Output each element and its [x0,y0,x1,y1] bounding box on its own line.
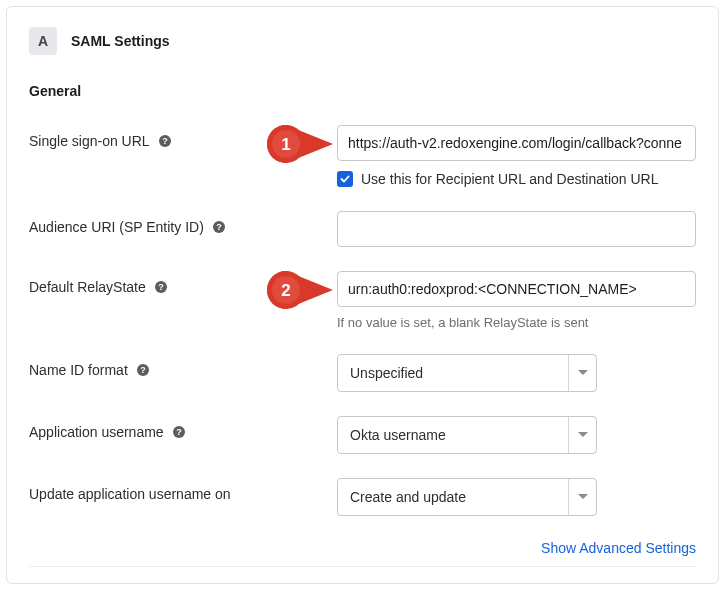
row-app-username: Application username ? Okta username [29,416,696,454]
recipient-url-checkbox[interactable] [337,171,353,187]
advanced-settings-row: Show Advanced Settings [29,540,696,556]
help-icon[interactable]: ? [172,425,186,439]
nameid-format-select[interactable]: Unspecified [337,354,597,392]
label-nameid-format-text: Name ID format [29,362,128,378]
help-icon[interactable]: ? [136,363,150,377]
update-on-value: Create and update [350,489,466,505]
help-icon[interactable]: ? [154,280,168,294]
section-header: A SAML Settings [29,27,696,55]
svg-text:?: ? [140,365,146,375]
label-relay-state-text: Default RelayState [29,279,146,295]
row-update-on: Update application username on Create an… [29,478,696,516]
sso-url-input[interactable] [337,125,696,161]
section-title: SAML Settings [71,33,170,49]
label-audience-uri: Audience URI (SP Entity ID) ? [29,211,337,235]
label-nameid-format: Name ID format ? [29,354,337,378]
app-username-select[interactable]: Okta username [337,416,597,454]
chevron-down-icon [568,417,596,453]
chevron-down-icon [568,479,596,515]
label-sso-url-text: Single sign-on URL [29,133,150,149]
svg-text:?: ? [158,282,164,292]
label-sso-url: Single sign-on URL ? [29,125,337,149]
label-app-username: Application username ? [29,416,337,440]
app-username-value: Okta username [350,427,446,443]
label-relay-state: Default RelayState ? [29,271,337,295]
recipient-url-checkbox-label: Use this for Recipient URL and Destinati… [361,171,659,187]
row-audience-uri: Audience URI (SP Entity ID) ? [29,211,696,247]
chevron-down-icon [568,355,596,391]
label-update-on: Update application username on [29,478,337,502]
label-audience-uri-text: Audience URI (SP Entity ID) [29,219,204,235]
help-icon[interactable]: ? [158,134,172,148]
svg-text:?: ? [176,427,182,437]
divider [29,566,696,567]
row-nameid-format: Name ID format ? Unspecified [29,354,696,392]
label-app-username-text: Application username [29,424,164,440]
general-heading: General [29,83,696,99]
saml-settings-card: A SAML Settings General Single sign-on U… [6,6,719,584]
help-icon[interactable]: ? [212,220,226,234]
row-relay-state: Default RelayState ? If no value is set,… [29,271,696,330]
step-badge: A [29,27,57,55]
label-update-on-text: Update application username on [29,486,231,502]
svg-text:?: ? [162,136,168,146]
row-sso-url: Single sign-on URL ? Use this for Recipi… [29,125,696,187]
svg-text:?: ? [216,222,222,232]
update-on-select[interactable]: Create and update [337,478,597,516]
audience-uri-input[interactable] [337,211,696,247]
relay-state-input[interactable] [337,271,696,307]
nameid-format-value: Unspecified [350,365,423,381]
relay-state-hint: If no value is set, a blank RelayState i… [337,315,696,330]
show-advanced-settings-link[interactable]: Show Advanced Settings [541,540,696,556]
